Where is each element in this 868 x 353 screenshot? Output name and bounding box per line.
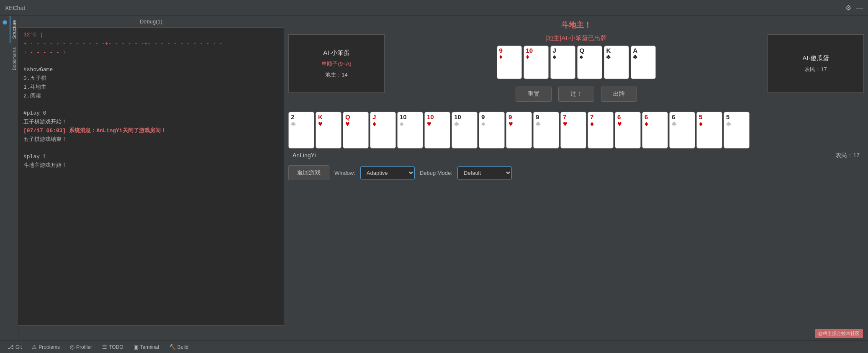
debug-line: #play 0 — [23, 109, 279, 118]
todo-label: TODO — [109, 344, 123, 350]
hand-card[interactable]: 2♣ — [288, 112, 314, 148]
right-ai-role: 农民：17 — [804, 66, 827, 73]
hand-card[interactable]: 5♦ — [696, 112, 722, 148]
git-icon: ⎇ — [8, 344, 14, 350]
hand-card[interactable]: 10♣ — [452, 112, 478, 148]
tab-bookmarks[interactable]: Bookmarks — [10, 43, 18, 74]
hand-card[interactable]: 10♥ — [424, 112, 450, 148]
debug-input[interactable] — [22, 330, 280, 336]
hand-card[interactable]: 6♣ — [669, 112, 695, 148]
problems-label: Problems — [39, 344, 60, 350]
played-card: Q♠ — [577, 46, 602, 79]
debug-line: 斗地主游戏开始！ — [23, 161, 279, 170]
debug-line: #play 1 — [23, 153, 279, 161]
hand-card[interactable]: 7♥ — [560, 112, 586, 148]
left-panel-tabs: Structure Bookmarks — [9, 16, 18, 340]
profiler-label: Profiler — [76, 344, 92, 350]
hand-card[interactable]: 10♠ — [397, 112, 423, 148]
hand-card[interactable]: 9♣ — [533, 112, 559, 148]
played-card: J♠ — [550, 46, 575, 79]
hand-card[interactable]: 6♦ — [642, 112, 668, 148]
debug-content[interactable]: 32°C | + - - - - - - - - - - - -+- - - -… — [18, 28, 284, 325]
watermark: @稀土掘金技术社区 — [815, 329, 863, 338]
status-bar: ⎇ Git ⚠ Problems ◎ Profiler ☰ TODO ▣ Ter… — [0, 340, 868, 353]
played-card: K♣ — [604, 46, 629, 79]
bottom-controls: 返回游戏 Window: Adaptive Fixed Fullscreen D… — [288, 163, 864, 183]
debug-line: 1.斗地主 — [23, 83, 279, 92]
return-button[interactable]: 返回游戏 — [288, 165, 329, 180]
tab-structure[interactable]: Structure — [10, 16, 18, 43]
app-title: XEChat — [5, 5, 25, 11]
xechat-sidebar-icon[interactable]: ⬤ — [1, 19, 8, 27]
debug-line-highlight: [07/17 06:03] 系统消息：AnLingYi关闭了游戏房间！ — [23, 127, 279, 136]
left-ai-role: 地主：14 — [325, 71, 347, 79]
left-ai-info: 单顺子(9~A) — [321, 60, 351, 68]
debug-line: 2.阅读 — [23, 92, 279, 101]
status-terminal[interactable]: ▣ Terminal — [129, 341, 163, 353]
hand-card[interactable]: Q♥ — [343, 112, 369, 148]
status-build[interactable]: 🔨 Build — [165, 341, 193, 353]
hand-card[interactable]: 7♦ — [588, 112, 614, 148]
minimize-icon[interactable]: — — [856, 4, 863, 12]
debug-line: 32°C | — [23, 31, 279, 40]
window-label: Window: — [334, 170, 355, 176]
action-buttons: 重置 过！ 出牌 — [516, 87, 637, 102]
todo-icon: ☰ — [102, 344, 107, 350]
profiler-icon: ◎ — [70, 344, 74, 350]
title-bar: XEChat ⚙ — — [0, 0, 868, 16]
left-ai-box: AI·小笨蛋 单顺子(9~A) 地主：14 — [288, 34, 385, 93]
debug-header: Debug(1) — [18, 16, 284, 28]
debug-line: 0.五子棋 — [23, 74, 279, 83]
reset-button[interactable]: 重置 — [516, 87, 552, 102]
center-area: [地主]AI·小笨蛋已出牌 9♦10♦J♠Q♠K♣A♣ 重置 过！ 出牌 — [385, 34, 768, 106]
center-message: [地主]AI·小笨蛋已出牌 — [545, 34, 607, 42]
debug-line: 五子棋游戏结束！ — [23, 136, 279, 144]
build-label: Build — [177, 344, 189, 350]
game-title: 斗地主！ — [288, 20, 864, 30]
hand-card[interactable]: K♥ — [316, 112, 342, 148]
debug-mode-select[interactable]: Default Verbose Silent — [457, 166, 512, 179]
hand-card[interactable]: 9♠ — [479, 112, 505, 148]
status-todo[interactable]: ☰ TODO — [98, 341, 127, 353]
player-hand: 2♣K♥Q♥J♦10♠10♥10♣9♠9♥9♣7♥7♦6♥6♦6♣5♦5♣ — [288, 112, 864, 148]
debug-line: + - - - - - - - - - - - -+- - - - - -+- … — [23, 40, 279, 49]
pass-button[interactable]: 过！ — [558, 87, 594, 102]
terminal-label: Terminal — [140, 344, 159, 350]
build-icon: 🔨 — [169, 344, 176, 350]
right-ai-box: AI·傻瓜蛋 农民：17 — [768, 34, 864, 93]
hand-card[interactable]: 5♣ — [724, 112, 750, 148]
played-card: 9♦ — [497, 46, 522, 79]
played-card: A♣ — [631, 46, 656, 79]
debug-line — [23, 100, 279, 109]
game-panel: 斗地主！ AI·小笨蛋 单顺子(9~A) 地主：14 [地主]AI·小笨蛋已出牌… — [284, 16, 868, 340]
debug-input-bar — [18, 325, 284, 340]
hand-card[interactable]: J♦ — [370, 112, 396, 148]
git-label: Git — [15, 344, 22, 350]
game-top-row: AI·小笨蛋 单顺子(9~A) 地主：14 [地主]AI·小笨蛋已出牌 9♦10… — [288, 34, 864, 106]
debug-line: + - - - - - + — [23, 49, 279, 57]
right-ai-name: AI·傻瓜蛋 — [802, 54, 829, 62]
played-cards: 9♦10♦J♠Q♠K♣A♣ — [497, 46, 656, 79]
window-select[interactable]: Adaptive Fixed Fullscreen — [360, 166, 415, 179]
debug-line: 五子棋游戏开始！ — [23, 118, 279, 127]
right-farmer-label: 农民：17 — [835, 152, 860, 159]
hand-card[interactable]: 9♥ — [506, 112, 532, 148]
debug-mode-label: Debug Mode: — [420, 170, 452, 176]
left-icon-sidebar: ⬤ — [0, 16, 9, 340]
settings-icon[interactable]: ⚙ — [845, 4, 851, 12]
played-card: 10♦ — [524, 46, 549, 79]
hand-card[interactable]: 6♥ — [615, 112, 641, 148]
debug-line — [23, 144, 279, 153]
status-profiler[interactable]: ◎ Profiler — [66, 341, 96, 353]
debug-panel: Debug(1) 32°C | + - - - - - - - - - - - … — [18, 16, 284, 340]
play-button[interactable]: 出牌 — [601, 87, 637, 102]
status-problems[interactable]: ⚠ Problems — [28, 341, 64, 353]
main-content: ⬤ Structure Bookmarks Debug(1) 32°C | + … — [0, 16, 868, 340]
title-bar-controls: ⚙ — — [845, 4, 863, 12]
terminal-icon: ▣ — [134, 344, 139, 350]
left-ai-name: AI·小笨蛋 — [323, 49, 349, 57]
problems-icon: ⚠ — [32, 344, 37, 350]
status-git[interactable]: ⎇ Git — [3, 341, 26, 353]
player-name: AnLingYi — [293, 152, 316, 159]
debug-line: #showGame — [23, 66, 279, 74]
